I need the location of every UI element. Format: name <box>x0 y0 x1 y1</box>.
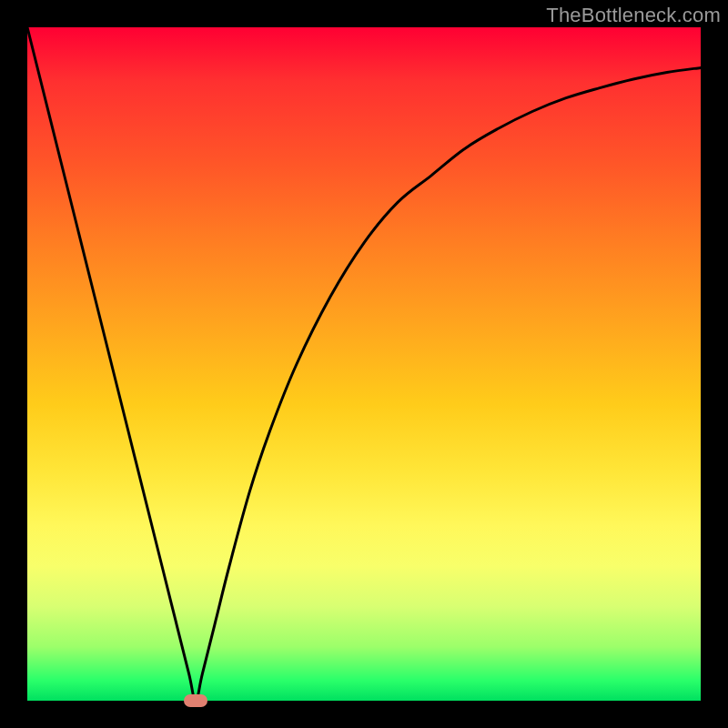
curve-svg <box>27 27 701 701</box>
bottleneck-curve <box>27 27 701 701</box>
watermark-text: TheBottleneck.com <box>546 4 721 27</box>
minimum-marker-icon <box>184 694 207 707</box>
chart-container: TheBottleneck.com <box>0 0 728 728</box>
